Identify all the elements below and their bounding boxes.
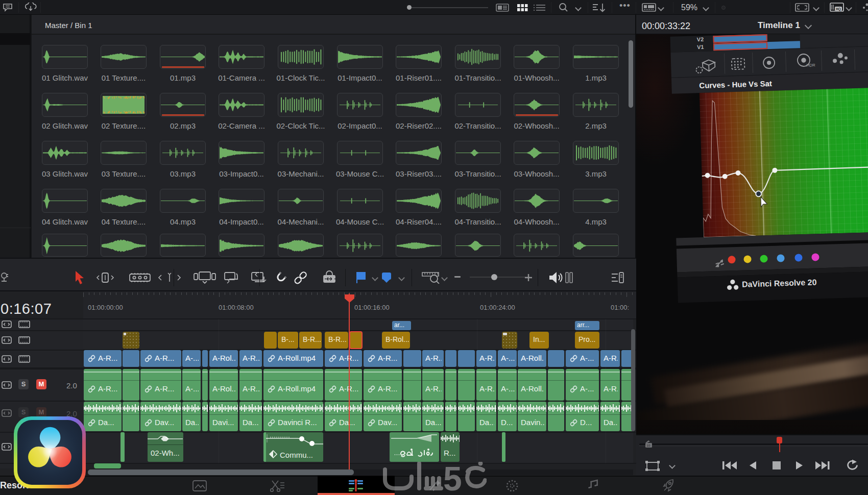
svg-text:HDR: HDR	[806, 63, 815, 68]
svg-text:HQ: HQ	[836, 7, 841, 11]
svg-text:5: 5	[443, 462, 462, 495]
svg-text:10: 10	[647, 444, 650, 447]
